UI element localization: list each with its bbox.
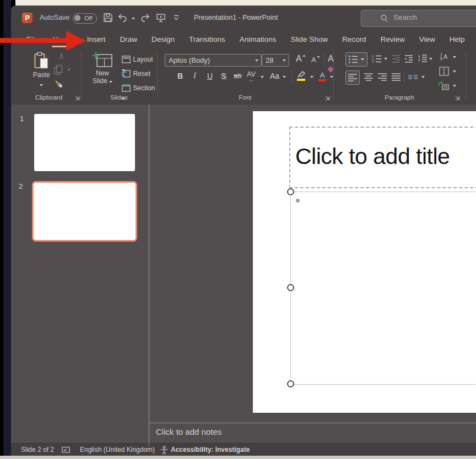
font-dialog-launcher-icon[interactable]: ⇲ (325, 95, 330, 101)
powerpoint-window: P AutoSave Off Presentation1 - PowerPoin… (11, 6, 476, 456)
resize-handle-middle-left[interactable] (287, 284, 294, 291)
notes-splitter[interactable] (149, 423, 476, 423)
panel-divider[interactable] (149, 105, 149, 443)
strikethrough-button[interactable]: ab (234, 72, 241, 80)
undo-button[interactable] (117, 12, 129, 24)
annotation-arrow-icon (0, 30, 94, 52)
underline-button[interactable]: U (207, 72, 213, 80)
tab-animations[interactable]: Animations (240, 31, 277, 48)
reset-button[interactable]: Reset (122, 68, 150, 78)
search-input[interactable] (392, 13, 472, 22)
resize-handle-bottom-left[interactable] (287, 380, 294, 387)
font-name-combobox[interactable]: Aptos (Body) (165, 54, 262, 67)
justify-icon[interactable] (392, 73, 401, 81)
text-shadow-button[interactable]: S (221, 72, 226, 80)
notes-placeholder[interactable]: Click to add notes (156, 427, 221, 436)
copy-dropdown-icon[interactable] (67, 69, 71, 71)
columns-icon[interactable] (408, 73, 418, 81)
spell-check-icon[interactable] (62, 446, 70, 454)
grow-font-button[interactable]: A (296, 54, 306, 64)
bullets-button[interactable] (345, 52, 367, 67)
toggle-knob-icon (74, 15, 80, 21)
cut-icon[interactable]: ✂ (57, 52, 67, 59)
tab-review[interactable]: Review (381, 31, 405, 48)
spacing-arrows-icon: ↔ (247, 78, 256, 81)
save-button[interactable] (102, 12, 115, 24)
slide-thumbnail-panel: 1 2 (11, 105, 149, 443)
powerpoint-logo-icon[interactable]: P (22, 13, 33, 23)
paragraph-group: 1 2 3 (333, 48, 466, 103)
bullets-dropdown-icon (361, 58, 364, 61)
align-text-dropdown-icon[interactable] (453, 70, 456, 73)
clipboard-dialog-launcher-icon[interactable]: ⇲ (75, 95, 80, 101)
numbering-icon[interactable]: 1 2 3 (372, 54, 382, 63)
undo-dropdown-icon[interactable] (132, 18, 135, 20)
content-placeholder[interactable] (290, 192, 476, 385)
slide-1-thumbnail[interactable] (34, 114, 135, 171)
paragraph-group-label: Paragraph (333, 94, 466, 101)
slide-1-number: 1 (20, 114, 24, 123)
highlighter-icon (297, 71, 306, 78)
font-size-value: 28 (266, 56, 273, 64)
slide-2-thumbnail[interactable] (32, 181, 137, 242)
convert-smartart-icon[interactable] (438, 81, 449, 90)
text-direction-dropdown-icon[interactable] (453, 56, 456, 58)
line-spacing-icon[interactable] (418, 54, 427, 63)
paste-icon (34, 52, 48, 69)
font-group: Aptos (Body) 28 A A A B I U S ab AV↔ Aa (157, 48, 333, 103)
character-spacing-button[interactable]: AV↔ (247, 70, 256, 81)
shrink-font-button[interactable]: A (311, 56, 320, 64)
decrease-indent-icon[interactable] (392, 54, 401, 63)
italic-button[interactable]: I (193, 72, 196, 80)
new-slide-label-line2: Slide (89, 77, 116, 85)
paste-button[interactable]: Paste (29, 52, 54, 89)
highlight-color-button[interactable] (297, 71, 306, 81)
status-bar: Slide 2 of 2 English (United Kingdom) Ac… (11, 443, 476, 456)
change-case-button[interactable]: Aa (270, 72, 279, 80)
bold-button[interactable]: B (177, 72, 183, 80)
tab-view[interactable]: View (419, 31, 435, 48)
search-box[interactable] (361, 10, 476, 27)
tab-record[interactable]: Record (342, 31, 366, 48)
new-slide-button[interactable]: New Slide (89, 52, 116, 85)
numbering-dropdown-icon[interactable] (384, 58, 387, 60)
line-spacing-dropdown-icon[interactable] (429, 58, 432, 60)
accessibility-icon[interactable] (160, 446, 169, 455)
align-right-icon[interactable] (378, 73, 387, 81)
title-placeholder[interactable]: Click to add title (289, 127, 476, 188)
align-center-icon[interactable] (364, 73, 373, 81)
accessibility-status[interactable]: Accessibility: Investigate (171, 446, 250, 453)
tab-draw[interactable]: Draw (120, 31, 138, 48)
align-left-button[interactable] (345, 70, 360, 85)
section-icon (122, 84, 131, 92)
resize-handle-top-left[interactable] (287, 188, 294, 195)
font-color-button[interactable]: A (318, 71, 326, 81)
columns-dropdown-icon[interactable] (421, 76, 425, 78)
smartart-dropdown-icon[interactable] (453, 85, 456, 87)
text-direction-icon[interactable]: A (439, 52, 449, 62)
language-indicator[interactable]: English (United Kingdom) (80, 446, 155, 453)
tab-transitions[interactable]: Transitions (189, 31, 225, 48)
autosave-toggle[interactable]: Off (73, 13, 97, 24)
start-slideshow-button[interactable] (155, 12, 167, 24)
grow-caret-icon (302, 54, 306, 57)
format-painter-icon[interactable] (54, 79, 64, 90)
tab-help[interactable]: Help (450, 31, 465, 48)
tab-slide-show[interactable]: Slide Show (290, 31, 328, 48)
customize-quick-access-icon[interactable] (173, 14, 185, 26)
increase-indent-icon[interactable] (404, 54, 413, 63)
font-size-combobox[interactable]: 28 (262, 54, 289, 67)
copy-icon[interactable] (54, 65, 63, 75)
redo-button[interactable] (140, 12, 152, 24)
drawing-group: Sha (466, 48, 476, 103)
highlight-dropdown-icon[interactable] (310, 76, 313, 78)
slide-canvas[interactable]: Click to add title (253, 111, 476, 413)
case-dropdown-icon[interactable] (283, 76, 286, 78)
align-text-icon[interactable] (439, 67, 449, 76)
paragraph-dialog-launcher-icon[interactable]: ⇲ (455, 95, 460, 101)
desktop-strip-top (15, 0, 476, 6)
slide-indicator[interactable]: Slide 2 of 2 (21, 446, 54, 453)
tab-design[interactable]: Design (152, 31, 175, 48)
spacing-dropdown-icon[interactable] (261, 76, 264, 78)
clipboard-group-label: Clipboard (17, 94, 81, 101)
